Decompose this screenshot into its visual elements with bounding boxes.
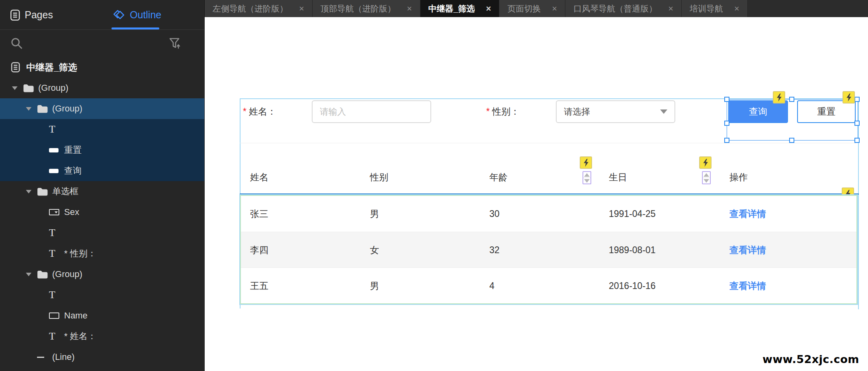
sort-spinner-action[interactable]	[702, 171, 711, 184]
repeater-selection-line	[240, 193, 859, 195]
tab-outline[interactable]: Outline	[111, 0, 161, 30]
view-detail-link[interactable]: 查看详情	[729, 208, 766, 220]
required-mark: *	[486, 106, 490, 117]
tree-item[interactable]: T* 性别：	[0, 243, 204, 264]
sort-spinner-birthday[interactable]	[583, 171, 591, 184]
table-header-cell: 操作	[729, 171, 748, 183]
active-tab-underline	[111, 27, 159, 29]
tree-item[interactable]: T	[0, 119, 204, 140]
table-cell: 王五	[250, 279, 268, 292]
sort-up-icon[interactable]	[583, 172, 590, 178]
selection-handle[interactable]	[789, 97, 794, 102]
canvas-tab[interactable]: 培训导航×	[682, 0, 748, 17]
filter-icon[interactable]	[168, 37, 181, 50]
view-detail-link[interactable]: 查看详情	[729, 244, 766, 256]
canvas-tab[interactable]: 页面切换×	[499, 0, 565, 17]
selection-handle[interactable]	[789, 138, 794, 143]
textfield-widget-icon	[49, 312, 59, 319]
selection-handle[interactable]	[724, 97, 729, 102]
text-widget-icon: T	[49, 228, 55, 238]
table-cell: 4	[489, 280, 495, 291]
canvas-tab[interactable]: 口风琴导航（普通版）×	[565, 0, 682, 17]
folder-icon	[37, 187, 48, 196]
table-cell: 30	[489, 209, 500, 219]
name-input[interactable]	[312, 100, 431, 123]
tree-item[interactable]: 查询	[0, 160, 204, 181]
canvas-tab-label: 页面切换	[507, 3, 541, 14]
search-icon[interactable]	[10, 37, 23, 50]
table-row: 王五男42016-10-16查看详情	[241, 268, 856, 303]
tree-item[interactable]: 重置	[0, 140, 204, 160]
droplist-widget-icon	[49, 209, 59, 215]
outline-icon	[111, 10, 125, 20]
tree-item-label: Name	[64, 310, 88, 321]
interaction-lightning-icon[interactable]	[843, 91, 855, 103]
tree-item[interactable]: (Group)	[0, 98, 204, 119]
table-header-cell: 性别	[370, 171, 388, 183]
line-widget-icon	[37, 357, 44, 358]
view-detail-link[interactable]: 查看详情	[729, 279, 766, 292]
selection-handle[interactable]	[854, 121, 860, 126]
tab-pages[interactable]: Pages	[10, 0, 53, 30]
canvas-tab-label: 左侧导航（进阶版）	[213, 3, 288, 14]
outline-sidebar: Pages Outline 中继器_筛选(Group)(Group)T重置查询单…	[0, 0, 205, 371]
close-tab-icon[interactable]: ×	[668, 4, 673, 13]
sidebar-header: Pages Outline	[0, 0, 204, 30]
table-cell: 男	[370, 279, 379, 292]
table-cell: 32	[489, 244, 500, 255]
table-row: 张三男301991-04-25查看详情	[241, 196, 856, 232]
sort-down-icon[interactable]	[583, 178, 590, 184]
table-row: 李四女321989-08-01查看详情	[241, 232, 856, 268]
tree-item-label: * 姓名：	[64, 330, 96, 342]
close-tab-icon[interactable]: ×	[486, 4, 491, 13]
table-cell: 2016-10-16	[609, 280, 656, 291]
expand-arrow-icon[interactable]	[12, 86, 23, 90]
canvas-tab-label: 中继器_筛选	[428, 3, 475, 14]
sort-down-icon[interactable]	[703, 178, 710, 184]
tree-item-label: (Group)	[38, 83, 68, 93]
text-widget-icon: T	[49, 124, 55, 135]
gender-select[interactable]: 请选择	[556, 100, 675, 123]
canvas-tab-label: 培训导航	[690, 3, 723, 14]
selection-handle[interactable]	[854, 138, 860, 143]
close-tab-icon[interactable]: ×	[734, 4, 739, 13]
selection-handle[interactable]	[854, 97, 860, 102]
tree-item[interactable]: T	[0, 223, 204, 243]
tree-item[interactable]: T	[0, 285, 204, 305]
expand-arrow-icon[interactable]	[26, 107, 37, 111]
close-tab-icon[interactable]: ×	[552, 4, 557, 13]
canvas-tab[interactable]: 中继器_筛选×	[420, 0, 500, 17]
sort-up-icon[interactable]	[703, 172, 710, 178]
tree-item[interactable]: 单选框	[0, 181, 204, 202]
interaction-lightning-icon[interactable]	[580, 156, 592, 169]
selection-handle[interactable]	[724, 121, 729, 126]
tree-item[interactable]: Sex	[0, 202, 204, 223]
folder-icon	[37, 105, 48, 113]
canvas-tab[interactable]: 顶部导航（进阶版）×	[313, 0, 420, 17]
tree-item[interactable]: Name	[0, 305, 204, 326]
tree-item-label: (Group)	[52, 103, 82, 114]
tree-item[interactable]: 中继器_筛选	[0, 57, 204, 78]
expand-arrow-icon[interactable]	[26, 273, 37, 276]
close-tab-icon[interactable]: ×	[299, 4, 304, 13]
table-cell: 李四	[250, 244, 268, 256]
table-header-cell: 生日	[609, 171, 627, 183]
tree-item[interactable]: (Group)	[0, 264, 204, 285]
close-tab-icon[interactable]: ×	[407, 4, 412, 13]
tree-item-label: Sex	[64, 207, 79, 217]
tree-item[interactable]: (Line)	[0, 347, 204, 367]
table-header-cell: 年龄	[489, 171, 508, 183]
selection-handle[interactable]	[724, 138, 729, 143]
interaction-lightning-icon[interactable]	[699, 156, 712, 169]
tree-item[interactable]: (Group)	[0, 78, 204, 98]
interaction-lightning-icon[interactable]	[773, 91, 785, 103]
tree-item-label: 中继器_筛选	[26, 61, 77, 74]
tree-item[interactable]: T* 姓名：	[0, 326, 204, 347]
canvas-tab[interactable]: 左侧导航（进阶版）×	[205, 0, 313, 17]
gender-field-label: *性别：	[486, 105, 520, 118]
table-cell: 男	[370, 208, 379, 220]
table-cell: 张三	[250, 208, 268, 220]
text-widget-icon: T	[49, 290, 55, 300]
tree-item-label: (Line)	[52, 352, 74, 362]
expand-arrow-icon[interactable]	[26, 190, 37, 193]
